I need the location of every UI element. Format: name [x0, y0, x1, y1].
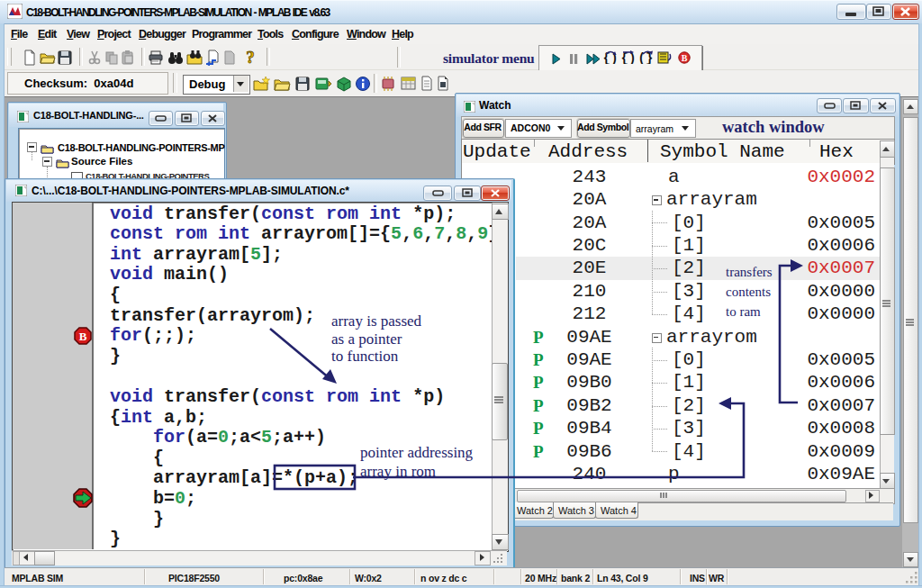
svg-text:?: ?	[246, 48, 255, 66]
svg-text:{): {)	[621, 51, 636, 64]
svg-text:B: B	[682, 53, 688, 63]
svg-text:B: B	[79, 330, 87, 343]
